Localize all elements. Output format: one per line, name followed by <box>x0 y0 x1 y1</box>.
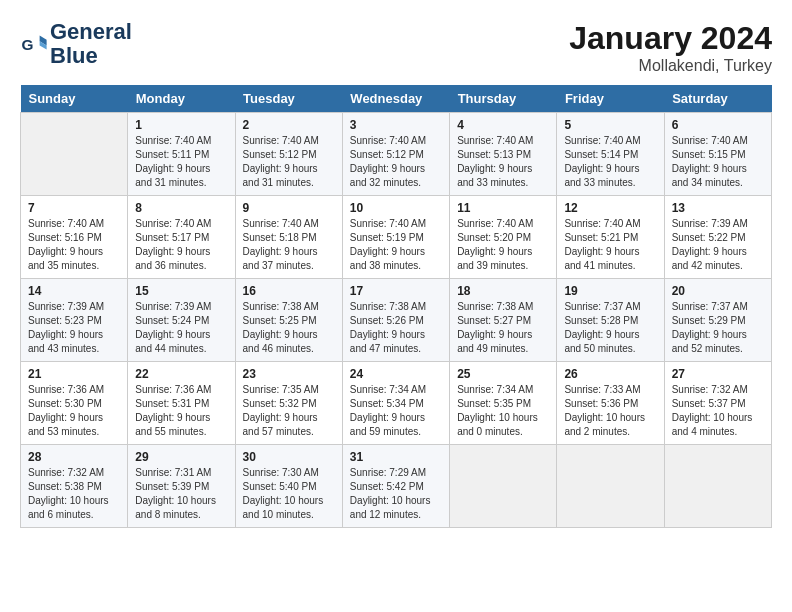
day-cell: 20Sunrise: 7:37 AM Sunset: 5:29 PM Dayli… <box>664 279 771 362</box>
day-number: 18 <box>457 284 549 298</box>
day-cell: 21Sunrise: 7:36 AM Sunset: 5:30 PM Dayli… <box>21 362 128 445</box>
day-cell: 26Sunrise: 7:33 AM Sunset: 5:36 PM Dayli… <box>557 362 664 445</box>
day-content: Sunrise: 7:36 AM Sunset: 5:31 PM Dayligh… <box>135 383 227 439</box>
column-header-sunday: Sunday <box>21 85 128 113</box>
day-number: 10 <box>350 201 442 215</box>
day-cell: 25Sunrise: 7:34 AM Sunset: 5:35 PM Dayli… <box>450 362 557 445</box>
day-cell <box>557 445 664 528</box>
day-number: 28 <box>28 450 120 464</box>
calendar-body: 1Sunrise: 7:40 AM Sunset: 5:11 PM Daylig… <box>21 113 772 528</box>
column-header-tuesday: Tuesday <box>235 85 342 113</box>
day-cell: 17Sunrise: 7:38 AM Sunset: 5:26 PM Dayli… <box>342 279 449 362</box>
day-cell: 10Sunrise: 7:40 AM Sunset: 5:19 PM Dayli… <box>342 196 449 279</box>
day-cell: 2Sunrise: 7:40 AM Sunset: 5:12 PM Daylig… <box>235 113 342 196</box>
day-cell: 6Sunrise: 7:40 AM Sunset: 5:15 PM Daylig… <box>664 113 771 196</box>
day-content: Sunrise: 7:35 AM Sunset: 5:32 PM Dayligh… <box>243 383 335 439</box>
day-number: 17 <box>350 284 442 298</box>
day-cell: 24Sunrise: 7:34 AM Sunset: 5:34 PM Dayli… <box>342 362 449 445</box>
day-content: Sunrise: 7:37 AM Sunset: 5:28 PM Dayligh… <box>564 300 656 356</box>
day-cell: 5Sunrise: 7:40 AM Sunset: 5:14 PM Daylig… <box>557 113 664 196</box>
column-header-thursday: Thursday <box>450 85 557 113</box>
day-content: Sunrise: 7:37 AM Sunset: 5:29 PM Dayligh… <box>672 300 764 356</box>
day-number: 19 <box>564 284 656 298</box>
day-cell: 12Sunrise: 7:40 AM Sunset: 5:21 PM Dayli… <box>557 196 664 279</box>
day-content: Sunrise: 7:39 AM Sunset: 5:24 PM Dayligh… <box>135 300 227 356</box>
day-number: 22 <box>135 367 227 381</box>
day-cell: 22Sunrise: 7:36 AM Sunset: 5:31 PM Dayli… <box>128 362 235 445</box>
logo-text: General Blue <box>50 20 132 68</box>
day-number: 2 <box>243 118 335 132</box>
day-content: Sunrise: 7:36 AM Sunset: 5:30 PM Dayligh… <box>28 383 120 439</box>
column-header-saturday: Saturday <box>664 85 771 113</box>
day-number: 12 <box>564 201 656 215</box>
location-subtitle: Mollakendi, Turkey <box>569 57 772 75</box>
day-number: 5 <box>564 118 656 132</box>
day-content: Sunrise: 7:40 AM Sunset: 5:18 PM Dayligh… <box>243 217 335 273</box>
day-content: Sunrise: 7:40 AM Sunset: 5:12 PM Dayligh… <box>350 134 442 190</box>
column-header-wednesday: Wednesday <box>342 85 449 113</box>
day-content: Sunrise: 7:40 AM Sunset: 5:21 PM Dayligh… <box>564 217 656 273</box>
day-cell: 3Sunrise: 7:40 AM Sunset: 5:12 PM Daylig… <box>342 113 449 196</box>
day-number: 4 <box>457 118 549 132</box>
day-content: Sunrise: 7:34 AM Sunset: 5:34 PM Dayligh… <box>350 383 442 439</box>
day-number: 13 <box>672 201 764 215</box>
day-number: 15 <box>135 284 227 298</box>
day-number: 9 <box>243 201 335 215</box>
day-cell: 30Sunrise: 7:30 AM Sunset: 5:40 PM Dayli… <box>235 445 342 528</box>
title-block: January 2024 Mollakendi, Turkey <box>569 20 772 75</box>
day-cell: 11Sunrise: 7:40 AM Sunset: 5:20 PM Dayli… <box>450 196 557 279</box>
week-row-5: 28Sunrise: 7:32 AM Sunset: 5:38 PM Dayli… <box>21 445 772 528</box>
day-number: 16 <box>243 284 335 298</box>
day-content: Sunrise: 7:40 AM Sunset: 5:13 PM Dayligh… <box>457 134 549 190</box>
day-number: 20 <box>672 284 764 298</box>
month-year-title: January 2024 <box>569 20 772 57</box>
day-content: Sunrise: 7:40 AM Sunset: 5:16 PM Dayligh… <box>28 217 120 273</box>
day-cell: 19Sunrise: 7:37 AM Sunset: 5:28 PM Dayli… <box>557 279 664 362</box>
day-content: Sunrise: 7:40 AM Sunset: 5:20 PM Dayligh… <box>457 217 549 273</box>
column-header-monday: Monday <box>128 85 235 113</box>
logo: G General Blue <box>20 20 132 68</box>
day-content: Sunrise: 7:40 AM Sunset: 5:15 PM Dayligh… <box>672 134 764 190</box>
day-cell: 27Sunrise: 7:32 AM Sunset: 5:37 PM Dayli… <box>664 362 771 445</box>
day-cell: 28Sunrise: 7:32 AM Sunset: 5:38 PM Dayli… <box>21 445 128 528</box>
day-cell: 13Sunrise: 7:39 AM Sunset: 5:22 PM Dayli… <box>664 196 771 279</box>
day-number: 6 <box>672 118 764 132</box>
day-cell: 16Sunrise: 7:38 AM Sunset: 5:25 PM Dayli… <box>235 279 342 362</box>
day-content: Sunrise: 7:39 AM Sunset: 5:22 PM Dayligh… <box>672 217 764 273</box>
day-cell: 7Sunrise: 7:40 AM Sunset: 5:16 PM Daylig… <box>21 196 128 279</box>
day-cell: 23Sunrise: 7:35 AM Sunset: 5:32 PM Dayli… <box>235 362 342 445</box>
day-content: Sunrise: 7:40 AM Sunset: 5:17 PM Dayligh… <box>135 217 227 273</box>
day-number: 1 <box>135 118 227 132</box>
day-content: Sunrise: 7:32 AM Sunset: 5:37 PM Dayligh… <box>672 383 764 439</box>
logo-icon: G <box>20 30 48 58</box>
day-content: Sunrise: 7:40 AM Sunset: 5:11 PM Dayligh… <box>135 134 227 190</box>
day-cell <box>664 445 771 528</box>
day-cell: 14Sunrise: 7:39 AM Sunset: 5:23 PM Dayli… <box>21 279 128 362</box>
day-content: Sunrise: 7:38 AM Sunset: 5:27 PM Dayligh… <box>457 300 549 356</box>
calendar-table: SundayMondayTuesdayWednesdayThursdayFrid… <box>20 85 772 528</box>
day-number: 29 <box>135 450 227 464</box>
day-content: Sunrise: 7:40 AM Sunset: 5:14 PM Dayligh… <box>564 134 656 190</box>
day-content: Sunrise: 7:32 AM Sunset: 5:38 PM Dayligh… <box>28 466 120 522</box>
day-number: 24 <box>350 367 442 381</box>
day-number: 21 <box>28 367 120 381</box>
day-cell: 4Sunrise: 7:40 AM Sunset: 5:13 PM Daylig… <box>450 113 557 196</box>
day-content: Sunrise: 7:34 AM Sunset: 5:35 PM Dayligh… <box>457 383 549 439</box>
day-cell <box>450 445 557 528</box>
day-cell: 29Sunrise: 7:31 AM Sunset: 5:39 PM Dayli… <box>128 445 235 528</box>
week-row-1: 1Sunrise: 7:40 AM Sunset: 5:11 PM Daylig… <box>21 113 772 196</box>
day-number: 8 <box>135 201 227 215</box>
calendar-header-row: SundayMondayTuesdayWednesdayThursdayFrid… <box>21 85 772 113</box>
week-row-2: 7Sunrise: 7:40 AM Sunset: 5:16 PM Daylig… <box>21 196 772 279</box>
day-content: Sunrise: 7:40 AM Sunset: 5:12 PM Dayligh… <box>243 134 335 190</box>
day-content: Sunrise: 7:31 AM Sunset: 5:39 PM Dayligh… <box>135 466 227 522</box>
day-cell: 15Sunrise: 7:39 AM Sunset: 5:24 PM Dayli… <box>128 279 235 362</box>
day-cell: 31Sunrise: 7:29 AM Sunset: 5:42 PM Dayli… <box>342 445 449 528</box>
day-cell: 1Sunrise: 7:40 AM Sunset: 5:11 PM Daylig… <box>128 113 235 196</box>
day-content: Sunrise: 7:30 AM Sunset: 5:40 PM Dayligh… <box>243 466 335 522</box>
week-row-4: 21Sunrise: 7:36 AM Sunset: 5:30 PM Dayli… <box>21 362 772 445</box>
day-number: 3 <box>350 118 442 132</box>
day-number: 7 <box>28 201 120 215</box>
day-content: Sunrise: 7:40 AM Sunset: 5:19 PM Dayligh… <box>350 217 442 273</box>
day-cell: 18Sunrise: 7:38 AM Sunset: 5:27 PM Dayli… <box>450 279 557 362</box>
